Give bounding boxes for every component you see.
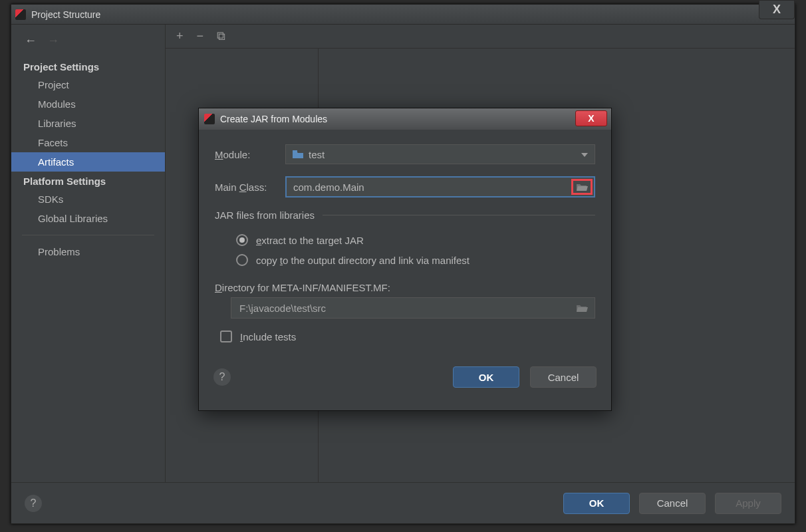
sidebar-heading-platform-settings: Platform Settings — [11, 172, 165, 190]
sidebar-item-global-libraries[interactable]: Global Libraries — [11, 209, 165, 228]
radio-copy-icon — [236, 254, 248, 266]
add-icon[interactable]: + — [176, 29, 184, 43]
module-select[interactable]: test — [285, 144, 595, 164]
sidebar-item-libraries[interactable]: Libraries — [11, 114, 165, 133]
sidebar-item-sdks[interactable]: SDKs — [11, 190, 165, 209]
chevron-down-icon — [581, 153, 588, 157]
jar-libraries-legend: JAR files from libraries — [215, 209, 323, 221]
cancel-button[interactable]: Cancel — [639, 493, 706, 514]
back-icon[interactable]: ← — [25, 34, 37, 48]
artifacts-toolbar: + − ⧉ — [166, 25, 795, 49]
sidebar-item-project[interactable]: Project — [11, 75, 165, 94]
intellij-icon — [15, 9, 26, 20]
main-class-browse-button[interactable] — [571, 179, 593, 195]
apply-button: Apply — [715, 493, 781, 514]
window-title: Project Structure — [31, 9, 100, 20]
sidebar-item-facets[interactable]: Facets — [11, 133, 165, 152]
folder-open-icon — [576, 182, 588, 192]
dialog-title: Create JAR from Modules — [220, 114, 327, 124]
nav-arrows: ← → — [11, 30, 165, 57]
radio-extract-icon — [236, 234, 248, 246]
radio-copy[interactable]: copy to the output directory and link vi… — [215, 250, 595, 270]
dialog-footer: ? OK Cancel — [199, 361, 611, 398]
forward-icon: → — [47, 34, 59, 48]
radio-copy-label: copy to the output directory and link vi… — [256, 255, 470, 266]
remove-icon[interactable]: − — [197, 29, 204, 43]
sidebar-divider — [22, 235, 154, 235]
ok-button[interactable]: OK — [563, 493, 630, 514]
include-tests-label: Include tests — [240, 331, 296, 342]
main-class-label: Main Class: — [215, 182, 285, 193]
footer: ? OK Cancel Apply — [11, 482, 795, 523]
main-class-value: com.demo.Main — [293, 182, 364, 193]
dialog-body: Module: test Main Class: com.demo.Main J… — [199, 130, 611, 361]
jar-libraries-group: JAR files from libraries extract to the … — [215, 209, 595, 273]
include-tests-checkbox[interactable]: Include tests — [215, 329, 595, 352]
checkbox-icon — [220, 331, 232, 342]
module-icon — [293, 150, 303, 158]
window-close-button[interactable]: X — [759, 1, 795, 19]
dialog-help-button[interactable]: ? — [213, 368, 231, 386]
radio-extract-label: extract to the target JAR — [256, 235, 364, 246]
create-jar-dialog: Create JAR from Modules X Module: test M… — [198, 108, 612, 411]
manifest-dir-value: F:\javacode\test\src — [239, 303, 326, 314]
module-value: test — [309, 149, 325, 160]
module-row: Module: test — [215, 144, 595, 164]
dialog-close-button[interactable]: X — [575, 110, 607, 126]
sidebar-item-artifacts[interactable]: Artifacts — [11, 152, 165, 172]
main-class-row: Main Class: com.demo.Main — [215, 176, 595, 198]
radio-extract[interactable]: extract to the target JAR — [215, 230, 595, 250]
sidebar: ← → Project Settings Project Modules Lib… — [11, 25, 166, 482]
sidebar-heading-project-settings: Project Settings — [11, 57, 165, 75]
dialog-cancel-button[interactable]: Cancel — [530, 366, 597, 388]
intellij-icon — [204, 114, 215, 124]
copy-icon[interactable]: ⧉ — [217, 29, 225, 43]
sidebar-item-problems[interactable]: Problems — [11, 242, 165, 261]
folder-open-icon[interactable] — [576, 303, 588, 313]
main-class-field[interactable]: com.demo.Main — [285, 176, 595, 198]
sidebar-item-modules[interactable]: Modules — [11, 94, 165, 114]
dialog-ok-button[interactable]: OK — [453, 366, 519, 388]
help-button[interactable]: ? — [25, 495, 42, 512]
module-label: Module: — [215, 149, 285, 160]
svg-rect-0 — [293, 150, 297, 152]
manifest-dir-field[interactable]: F:\javacode\test\src — [231, 297, 595, 319]
dialog-titlebar: Create JAR from Modules X — [199, 108, 611, 130]
titlebar: Project Structure X — [11, 5, 795, 25]
manifest-dir-label: Directory for META-INF/MANIFEST.MF: — [215, 282, 595, 293]
